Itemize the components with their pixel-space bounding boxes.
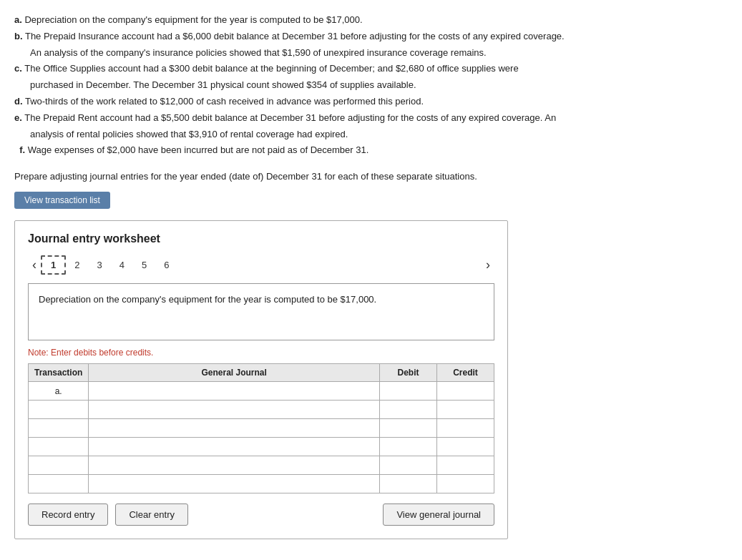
credit-input-4[interactable] [437, 438, 494, 456]
tab-4[interactable]: 4 [111, 257, 133, 273]
debit-cell-3[interactable] [380, 419, 437, 438]
journal-input-2[interactable] [89, 401, 379, 418]
debit-input-5[interactable] [380, 456, 436, 474]
journal-cell-1[interactable] [89, 382, 380, 401]
transaction-cell-3 [29, 419, 89, 438]
debit-cell-1[interactable] [380, 382, 437, 401]
debit-input-6[interactable] [380, 475, 436, 493]
worksheet-title: Journal entry worksheet [28, 232, 494, 245]
view-transaction-list-button[interactable]: View transaction list [14, 192, 110, 209]
tab-prev-arrow[interactable]: ‹ [28, 257, 41, 272]
table-row [29, 419, 494, 438]
action-buttons: Record entry Clear entry View general jo… [28, 503, 494, 526]
view-general-journal-button[interactable]: View general journal [383, 503, 494, 526]
journal-input-4[interactable] [89, 438, 379, 456]
journal-cell-2[interactable] [89, 401, 380, 419]
tab-6[interactable]: 6 [155, 257, 177, 273]
table-row [29, 401, 494, 419]
debit-cell-5[interactable] [380, 456, 437, 475]
tab-5[interactable]: 5 [133, 257, 155, 273]
credit-input-1[interactable] [437, 382, 494, 400]
table-row: a. [29, 382, 494, 401]
transaction-description: Depreciation on the company's equipment … [28, 283, 494, 340]
tab-3[interactable]: 3 [88, 257, 110, 273]
table-row [29, 475, 494, 493]
clear-entry-button[interactable]: Clear entry [115, 503, 188, 526]
col-header-transaction: Transaction [29, 364, 89, 382]
transaction-cell-4 [29, 438, 89, 456]
col-header-debit: Debit [380, 364, 437, 382]
tab-next-arrow[interactable]: › [482, 257, 494, 272]
intro-section: a. Depreciation on the company's equipme… [14, 13, 728, 158]
journal-cell-4[interactable] [89, 438, 380, 456]
transaction-cell-5 [29, 456, 89, 475]
credit-cell-5[interactable] [437, 456, 494, 475]
journal-entry-worksheet: Journal entry worksheet ‹ 1 2 3 4 5 6 › … [14, 220, 508, 539]
credit-cell-4[interactable] [437, 438, 494, 456]
credit-cell-6[interactable] [437, 475, 494, 493]
table-row [29, 456, 494, 475]
credit-input-3[interactable] [437, 419, 494, 437]
debit-cell-6[interactable] [380, 475, 437, 493]
transaction-cell-1: a. [29, 382, 89, 401]
credit-cell-2[interactable] [437, 401, 494, 419]
journal-input-1[interactable] [89, 382, 379, 400]
journal-input-6[interactable] [89, 475, 379, 493]
col-header-credit: Credit [437, 364, 494, 382]
journal-cell-5[interactable] [89, 456, 380, 475]
debit-input-4[interactable] [380, 438, 436, 456]
debit-cell-4[interactable] [380, 438, 437, 456]
tabs-row: ‹ 1 2 3 4 5 6 › [28, 255, 494, 275]
credit-input-6[interactable] [437, 475, 494, 493]
journal-input-3[interactable] [89, 419, 379, 437]
credit-input-5[interactable] [437, 456, 494, 474]
tab-1[interactable]: 1 [41, 255, 66, 275]
credit-cell-3[interactable] [437, 419, 494, 438]
credit-input-2[interactable] [437, 401, 494, 418]
debit-input-3[interactable] [380, 419, 436, 437]
note-text: Note: Enter debits before credits. [28, 348, 494, 358]
credit-cell-1[interactable] [437, 382, 494, 401]
debit-input-2[interactable] [380, 401, 436, 418]
journal-table: Transaction General Journal Debit Credit… [28, 363, 494, 493]
journal-input-5[interactable] [89, 456, 379, 474]
col-header-journal: General Journal [89, 364, 380, 382]
debit-input-1[interactable] [380, 382, 436, 400]
transaction-cell-6 [29, 475, 89, 493]
journal-cell-3[interactable] [89, 419, 380, 438]
record-entry-button[interactable]: Record entry [28, 503, 108, 526]
transaction-cell-2 [29, 401, 89, 419]
table-row [29, 438, 494, 456]
prepare-instruction: Prepare adjusting journal entries for th… [14, 171, 728, 182]
tab-2[interactable]: 2 [66, 257, 88, 273]
journal-cell-6[interactable] [89, 475, 380, 493]
debit-cell-2[interactable] [380, 401, 437, 419]
